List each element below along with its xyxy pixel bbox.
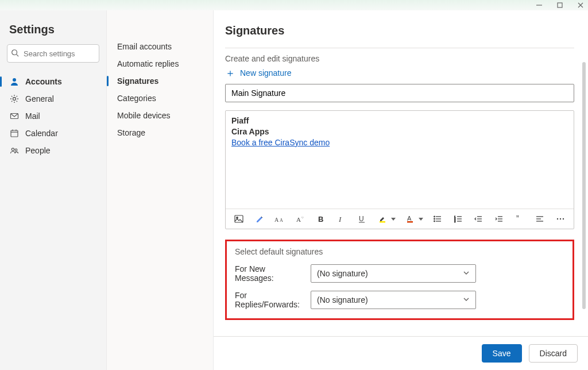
svg-point-14 [15,149,17,151]
svg-text:A: A [407,215,412,222]
replies-forwards-value: (No signature) [317,295,368,305]
discard-button[interactable]: Discard [529,344,578,363]
category-people[interactable]: People [0,142,106,159]
new-messages-value: (No signature) [317,269,368,278]
signature-name-input[interactable] [225,84,574,102]
svg-point-13 [11,148,14,151]
svg-text:A: A [280,218,283,223]
italic-icon[interactable]: I [335,213,348,225]
svg-point-7 [13,98,16,101]
signature-editor-body[interactable]: Piaff Cira Apps Book a free CiraSync dem… [226,111,574,209]
subnav-categories[interactable]: Categories [107,90,213,107]
category-general[interactable]: General [0,90,106,107]
signatures-panel: Signatures Create and edit signatures ＋ … [214,10,588,370]
font-family-icon[interactable]: AA [273,213,286,225]
divider [225,48,574,48]
window-close-button[interactable] [577,1,585,9]
editor-line-2: Cira Apps [231,127,269,136]
highlight-color-button[interactable] [376,213,396,225]
category-label: Mail [25,111,40,121]
font-color-icon: A [404,213,416,225]
window-titlebar [0,0,588,10]
footer: Save Discard [214,336,588,370]
bold-icon[interactable]: B [315,213,327,225]
subnav-email-accounts[interactable]: Email accounts [107,38,213,55]
svg-text:I: I [338,215,342,223]
editor-toolbar: AA A○ B I U A 123 ” [226,209,574,229]
chevron-down-icon [419,218,423,221]
person-icon [9,77,20,86]
svg-point-4 [12,50,17,55]
outdent-icon[interactable] [472,213,485,225]
category-mail[interactable]: Mail [0,107,106,125]
new-signature-label: New signature [240,68,292,78]
category-label: Calendar [25,129,58,138]
svg-point-33 [434,221,435,222]
category-label: Accounts [25,77,62,86]
svg-point-51 [560,218,561,219]
chevron-down-icon [391,218,396,221]
svg-text:○: ○ [301,215,304,219]
category-label: General [25,94,54,103]
svg-point-16 [237,217,238,219]
default-signatures-section: Select default signatures For New Messag… [225,240,574,320]
svg-text:U: U [359,215,364,223]
settings-title: Settings [0,10,106,44]
page-title: Signatures [225,24,574,37]
svg-text:A: A [296,216,301,223]
editor-link[interactable]: Book a free CiraSync demo [231,138,330,147]
section-create-heading: Create and edit signatures [225,54,574,63]
numbered-list-icon[interactable]: 123 [452,213,465,225]
svg-rect-1 [558,3,562,7]
clear-format-icon[interactable] [253,213,266,225]
replies-forwards-label: For Replies/Forwards: [235,291,303,309]
underline-icon[interactable]: U [355,213,368,225]
settings-sidebar: Settings Accounts General [0,10,107,370]
window-maximize-button[interactable] [556,1,564,9]
category-accounts[interactable]: Accounts [0,73,106,90]
indent-icon[interactable] [493,213,505,225]
svg-line-5 [17,55,19,57]
svg-point-6 [13,78,16,82]
window-minimize-button[interactable] [535,1,543,9]
gear-icon [9,94,20,103]
subnav-mobile-devices[interactable]: Mobile devices [107,107,213,124]
search-input[interactable] [7,44,99,63]
replies-forwards-select[interactable]: (No signature) [311,291,476,309]
svg-rect-27 [407,221,413,223]
plus-icon: ＋ [225,68,235,78]
align-icon[interactable] [534,213,547,225]
category-label: People [25,146,51,155]
subnav-automatic-replies[interactable]: Automatic replies [107,55,213,72]
search-icon [11,49,19,59]
new-signature-button[interactable]: ＋ New signature [225,68,574,78]
svg-text:B: B [318,215,323,223]
chevron-down-icon [463,269,470,278]
signature-editor: Piaff Cira Apps Book a free CiraSync dem… [225,110,574,229]
svg-rect-9 [11,130,18,137]
defaults-heading: Select default signatures [235,247,564,256]
category-calendar[interactable]: Calendar [0,125,106,142]
svg-text:”: ” [516,215,519,223]
calendar-icon [9,129,20,138]
new-messages-select[interactable]: (No signature) [311,264,476,283]
svg-point-50 [557,218,558,219]
svg-point-32 [434,218,435,219]
subnav-signatures[interactable]: Signatures [107,72,213,90]
bullet-list-icon[interactable] [431,213,444,225]
svg-rect-25 [380,221,385,223]
font-size-icon[interactable]: A○ [294,213,307,225]
new-messages-label: For New Messages: [235,264,303,283]
more-options-icon[interactable] [554,213,567,225]
mail-icon [9,111,20,121]
subnav-storage[interactable]: Storage [107,124,213,141]
scrollbar[interactable] [582,62,586,309]
save-button[interactable]: Save [482,344,522,363]
font-color-button[interactable]: A [404,213,423,225]
editor-line-1: Piaff [231,116,249,125]
insert-image-icon[interactable] [233,213,245,225]
chevron-down-icon [463,295,470,305]
settings-category-list: Accounts General Mail Calendar [0,73,106,159]
quote-icon[interactable]: ” [513,213,526,225]
people-icon [9,146,20,155]
